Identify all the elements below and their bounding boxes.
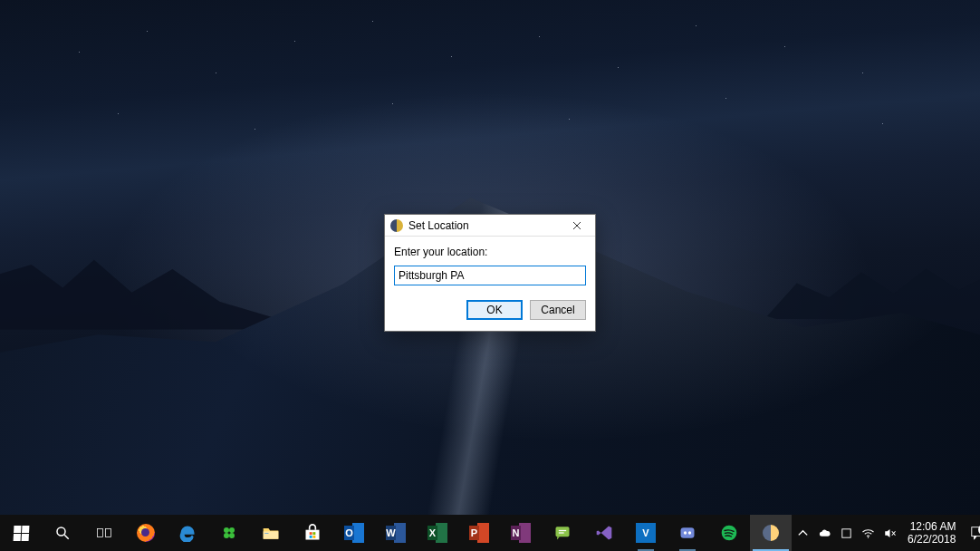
task-view-button[interactable] [83,515,125,551]
svg-point-20 [688,531,691,534]
taskbar-app-chat[interactable] [542,515,583,551]
taskbar-app-discord[interactable] [667,515,708,551]
system-tray: 12:06 AM 6/22/2018 1 [792,515,980,551]
dialog-title: Set Location [408,219,559,232]
taskbar-app-clover[interactable] [208,515,250,551]
taskbar: O W X P N [0,515,980,551]
taskbar-clock[interactable]: 12:06 AM 6/22/2018 [900,520,963,546]
search-icon [53,523,72,543]
edge-icon [178,523,197,543]
outlook-icon: O [344,523,364,543]
spotify-icon [719,523,739,543]
taskbar-app-vs-code[interactable]: V [625,515,667,551]
svg-line-1 [64,535,69,539]
svg-point-7 [229,533,235,538]
square-icon [840,527,853,540]
taskbar-app-file-explorer[interactable] [250,515,292,551]
svg-point-0 [57,527,65,536]
flux-icon [761,523,781,543]
svg-point-19 [684,531,687,534]
svg-rect-11 [310,532,312,535]
clock-time: 12:06 AM [910,520,956,533]
taskbar-app-firefox[interactable] [125,515,167,551]
onenote-icon: N [511,523,531,543]
chevron-up-icon [796,527,810,540]
action-center-button[interactable]: 1 [963,525,980,541]
svg-point-4 [224,527,229,533]
word-icon: W [386,523,406,543]
taskbar-app-edge[interactable] [167,515,208,551]
clover-icon [219,523,239,543]
taskbar-app-visual-studio[interactable] [583,515,625,551]
svg-rect-9 [264,533,268,534]
svg-point-6 [224,533,229,538]
cloud-icon [818,527,831,540]
taskbar-app-word[interactable]: W [375,515,417,551]
search-button[interactable] [42,515,83,551]
svg-rect-2 [98,529,103,537]
firefox-icon [136,523,156,543]
task-view-icon [94,523,114,543]
taskbar-app-excel[interactable]: X [417,515,458,551]
taskbar-app-spotify[interactable] [708,515,750,551]
svg-rect-18 [681,527,695,538]
taskbar-app-powerpoint[interactable]: P [458,515,500,551]
vs-code-icon: V [636,523,656,543]
windows-logo-icon [11,523,31,543]
svg-point-5 [229,527,235,533]
svg-rect-15 [556,527,570,536]
chat-icon [552,523,572,543]
location-input[interactable] [394,266,586,285]
svg-rect-13 [310,536,312,538]
powerpoint-icon: P [469,523,489,543]
clock-date: 6/22/2018 [908,533,956,546]
svg-rect-3 [106,529,111,537]
dialog-prompt: Enter your location: [394,246,586,258]
svg-rect-8 [264,531,279,538]
svg-rect-22 [841,528,850,536]
svg-rect-14 [312,536,315,538]
folder-icon [261,523,281,543]
ok-button[interactable]: OK [466,300,523,320]
tray-volume[interactable] [879,515,900,551]
dialog-titlebar[interactable]: Set Location [385,215,595,237]
wifi-icon [861,527,875,540]
start-button[interactable] [0,515,42,551]
app-icon [390,219,403,232]
excel-icon: X [428,523,447,543]
svg-point-23 [867,536,869,538]
taskbar-app-flux[interactable] [750,515,792,551]
cancel-button[interactable]: Cancel [530,300,586,320]
svg-rect-12 [312,532,315,535]
tray-overflow-button[interactable] [792,515,813,551]
store-icon [303,523,322,543]
visual-studio-icon [594,523,614,543]
tray-wifi[interactable] [857,515,879,551]
close-icon [572,221,581,230]
desktop-wallpaper[interactable]: Set Location Enter your location: OK Can… [0,0,980,515]
svg-rect-10 [306,530,320,540]
discord-icon [677,523,697,543]
set-location-dialog: Set Location Enter your location: OK Can… [384,214,596,332]
taskbar-app-store[interactable] [292,515,333,551]
taskbar-app-outlook[interactable]: O [333,515,375,551]
taskbar-app-onenote[interactable]: N [500,515,542,551]
tray-onedrive[interactable] [813,515,835,551]
tray-app[interactable] [835,515,857,551]
close-button[interactable] [559,215,595,237]
volume-mute-icon [883,527,897,540]
